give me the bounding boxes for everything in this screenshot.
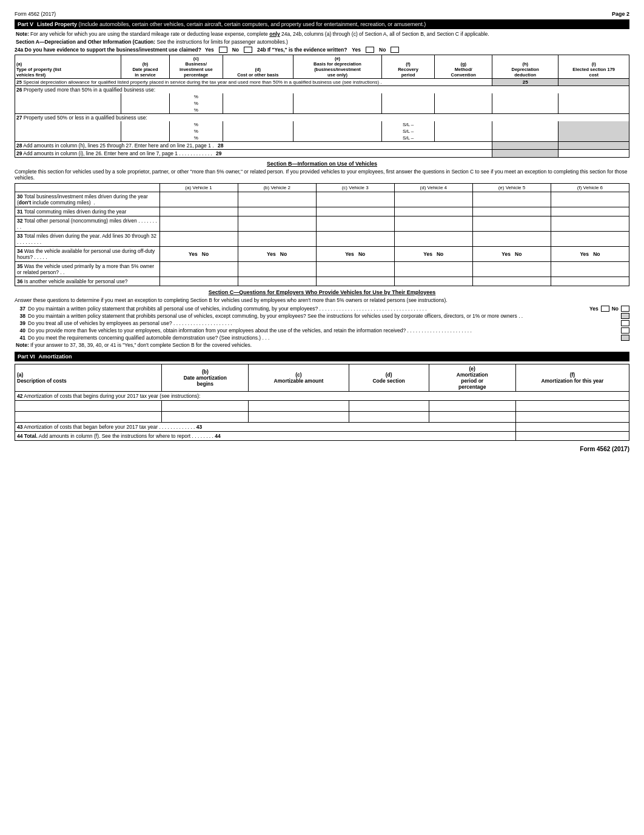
24a-no-box[interactable] [244,47,252,53]
section-a-header: Section A—Depreciation and Other Informa… [15,39,629,45]
row-37-text: Do you maintain a written policy stateme… [28,306,586,312]
row-42: 42 Amortization of costs that begins dur… [15,392,629,401]
row-27-g3 [435,135,492,142]
row-27-g1 [435,121,492,128]
row-41: 41 Do you meet the requirements concerni… [15,335,629,341]
row-26-pct3: % [15,107,629,114]
24a-yes-box[interactable] [219,47,227,53]
col-c-header: (c) Business/ investment use percentage [170,55,223,79]
row-27-e1 [293,121,382,128]
sb-col-label [15,184,160,192]
row-36-v5 [472,277,551,286]
pvi-col-b: (b)Date amortizationbegins [162,364,249,392]
row-42-a1 [15,401,162,412]
form-number: Form 4562 (2017) [15,11,56,17]
row-32-v2 [238,216,316,232]
row-27-d2 [223,128,293,135]
row-41-text: Do you meet the requirements concerning … [28,335,617,341]
col-header-row: (a) Type of property (list vehicles firs… [15,55,629,79]
sb-col-e: (e) Vehicle 5 [472,184,551,192]
row-26-b1 [121,93,169,100]
row-26-text: 26 Property used more than 50% in a qual… [15,86,629,94]
row-27-header: 27 Property used 50% or less in a qualif… [15,114,629,122]
row-27-a1 [15,121,121,128]
row-27-pct3: % [170,135,223,142]
24b-yes-box[interactable] [366,47,374,53]
row-35-text: 35 Was the vehicle used primarily by a m… [15,262,160,277]
row-33-v4 [394,232,472,247]
row-27-pct1: % [170,121,223,128]
row-35-v2 [238,262,316,277]
part-vi-title: Amortization [39,354,72,360]
row-42-c1 [249,401,349,412]
row-37-num: 37 [15,306,28,312]
row-26-header: 26 Property used more than 50% in a qual… [15,86,629,94]
row-33-v1 [159,232,238,247]
row-27-d1 [223,121,293,128]
row-31-v2 [238,207,316,216]
row-26-pct1: % [15,93,629,100]
part-v-title: Listed Property (Include automobiles, ce… [37,21,426,27]
row-26-pct2: % [170,100,223,107]
row-27-h3 [492,135,558,142]
row-31: 31 Total commuting miles driven during t… [15,207,629,216]
sb-col-f: (f) Vehicle 6 [551,184,629,192]
section-c-note: Note: If your answer to 37, 38, 39, 40, … [15,342,629,348]
pvi-col-d: (d)Code section [349,364,429,392]
row-35-v6 [551,262,629,277]
row-38-num: 38 [15,313,28,319]
row-34: 34 Was the vehicle available for persona… [15,247,629,262]
row-44-f [515,432,629,441]
row-26-h3 [492,107,558,114]
row-42-d2 [349,412,429,423]
col-a-header: (a) Type of property (list vehicles firs… [15,55,121,79]
col-g-header: (g) Method/ Convention [435,55,492,79]
row-41-num: 41 [15,335,28,341]
24b-no-box[interactable] [391,47,399,53]
row-40-text: Do you provide more than five vehicles t… [28,327,617,334]
row-37: 37 Do you maintain a written policy stat… [15,306,629,312]
row-26-g3 [435,107,492,114]
col-b-header: (b) Date placed in service [121,55,169,79]
row-37-yes-box[interactable] [601,306,609,312]
row-26-g1 [435,93,492,100]
row-37-no-box[interactable] [621,306,629,312]
row-35-v4 [394,262,472,277]
row-41-box[interactable] [621,335,629,341]
row-35: 35 Was the vehicle used primarily by a m… [15,262,629,277]
row-34-v6: Yes No [551,247,629,262]
row-32-v6 [551,216,629,232]
pvi-col-c: (c)Amortizable amount [249,364,349,392]
row-42-b1 [162,401,249,412]
bottom-form-number: Form 4562 (2017) [15,446,629,452]
row-26-b3 [121,107,169,114]
part-vi-table: (a)Description of costs (b)Date amortiza… [15,364,629,441]
row-27-i2 [558,128,629,135]
row-31-v3 [316,207,394,216]
col-h-header: (h) Depreciation deduction [492,55,558,79]
row-30: 30 Total business/investment miles drive… [15,192,629,207]
part-vi-col-headers: (a)Description of costs (b)Date amortiza… [15,364,629,392]
pvi-col-e: (e)Amortizationperiod orpercentage [429,364,515,392]
col-i-header: (i) Elected section 179 cost [558,55,629,79]
row-43-f [515,423,629,432]
row-42-e2 [429,412,515,423]
row-33-v2 [238,232,316,247]
row-39-box[interactable] [621,320,629,326]
row-26-f1 [381,93,434,100]
row-33-v6 [551,232,629,247]
row-35-v5 [472,262,551,277]
row-40-box[interactable] [621,327,629,334]
row-27-b1 [121,121,169,128]
row-29: 29 Add amounts in column (i), line 26. E… [15,150,629,158]
row-26-d1 [223,93,293,100]
page-number: Page 2 [612,11,629,17]
row-42-a2 [15,412,162,423]
row-26-a3 [15,107,121,114]
section-c-intro: Answer these questions to determine if y… [15,297,629,303]
row-27-text: 27 Property used 50% or less in a qualif… [15,114,629,122]
row-28-text: 28 Add amounts in column (h), lines 25 t… [15,142,492,150]
row-27-h2 [492,128,558,135]
row-38-box[interactable] [621,313,629,319]
row-31-v4 [394,207,472,216]
